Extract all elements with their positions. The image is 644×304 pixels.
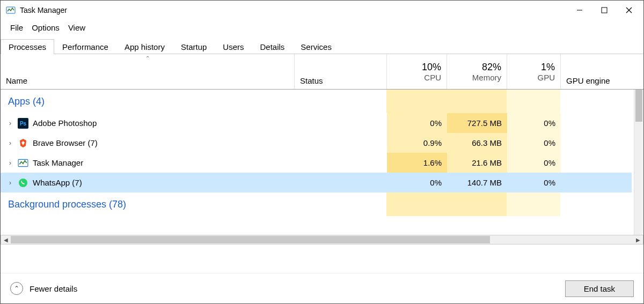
tab-strip-container: ProcessesPerformanceApp historyStartupUs…	[1, 39, 643, 54]
cpu-cell: 0.9%	[387, 133, 447, 153]
svg-rect-2	[602, 8, 607, 13]
chevron-up-circle-icon: ⌃	[10, 282, 23, 295]
grid-header: ⌃ Name Status 10% CPU 82% Memory 1% GPU …	[1, 54, 643, 90]
gpu-cell: 0%	[507, 153, 561, 173]
process-name-label: Task Manager	[33, 158, 83, 167]
cpu-percent-value: 10%	[422, 62, 441, 73]
gpu-cell: 0%	[507, 173, 561, 192]
menu-bar: File Options View	[1, 20, 643, 39]
process-row[interactable]: ›WhatsApp (7)0%140.7 MB0%	[1, 173, 632, 192]
tab-startup[interactable]: Startup	[173, 39, 215, 54]
status-cell	[295, 173, 387, 192]
fewer-details-label: Fewer details	[30, 284, 77, 293]
window-title: Task Manager	[20, 6, 567, 14]
col-header-memory-label: Memory	[472, 73, 501, 82]
gpu-engine-cell	[561, 113, 632, 133]
expand-chevron-icon[interactable]: ›	[7, 179, 13, 187]
svg-point-8	[19, 179, 27, 187]
window-buttons	[567, 2, 641, 18]
end-task-button[interactable]: End task	[565, 280, 634, 297]
process-name-label: Brave Browser (7)	[33, 138, 98, 147]
scroll-right-button[interactable]: ▶	[633, 235, 643, 244]
taskmgr-icon	[6, 5, 16, 15]
cpu-cell: 0%	[387, 173, 447, 192]
memory-cell: 21.6 MB	[447, 153, 507, 173]
process-row[interactable]: ›PsAdobe Photoshop0%727.5 MB0%	[1, 113, 632, 133]
menu-options[interactable]: Options	[30, 22, 62, 33]
group-title: Apps (4)	[8, 96, 45, 107]
gpu-engine-cell	[561, 133, 632, 153]
group-header: Background processes (78)	[1, 192, 632, 216]
tab-users[interactable]: Users	[215, 39, 252, 54]
footer-bar: ⌃ Fewer details End task	[1, 273, 643, 303]
brave-icon	[18, 138, 28, 149]
taskmgr-icon	[18, 158, 28, 168]
menu-view[interactable]: View	[66, 22, 87, 33]
whatsapp-icon	[18, 177, 28, 188]
gpu-cell: 0%	[507, 133, 561, 153]
process-row[interactable]: ›Task Manager1.6%21.6 MB0%	[1, 153, 632, 173]
svg-text:Ps: Ps	[20, 121, 27, 127]
col-header-gpu-engine[interactable]: GPU engine	[561, 54, 643, 89]
status-cell	[295, 133, 387, 153]
memory-cell: 66.3 MB	[447, 133, 507, 153]
photoshop-icon: Ps	[18, 118, 28, 129]
group-header: Apps (4)	[1, 90, 632, 113]
tab-processes[interactable]: Processes	[1, 39, 54, 54]
status-cell	[295, 113, 387, 133]
vertical-scroll-thumb[interactable]	[635, 90, 642, 122]
close-button[interactable]	[617, 2, 641, 18]
process-rows: Apps (4)›PsAdobe Photoshop0%727.5 MB0%›B…	[1, 90, 632, 216]
col-header-name-label: Name	[6, 76, 289, 85]
horizontal-scroll-thumb[interactable]	[11, 236, 490, 243]
process-name-cell: ›WhatsApp (7)	[1, 173, 295, 192]
minimize-button[interactable]	[567, 2, 592, 18]
col-header-status[interactable]: Status	[295, 54, 387, 89]
gpu-cell: 0%	[507, 113, 561, 133]
col-header-status-label: Status	[300, 76, 381, 85]
horizontal-scrollbar[interactable]: ◀ ▶	[1, 235, 643, 244]
gpu-engine-cell	[561, 173, 632, 192]
tab-app-history[interactable]: App history	[116, 39, 173, 54]
tab-services[interactable]: Services	[292, 39, 340, 54]
col-header-cpu-label: CPU	[424, 73, 441, 82]
col-header-gpu[interactable]: 1% GPU	[507, 54, 561, 89]
svg-line-4	[626, 8, 632, 13]
expand-chevron-icon[interactable]: ›	[7, 139, 13, 147]
scroll-left-button[interactable]: ◀	[1, 235, 11, 244]
status-cell	[295, 153, 387, 173]
col-header-gpu-engine-label: GPU engine	[566, 76, 610, 85]
col-header-memory[interactable]: 82% Memory	[447, 54, 507, 89]
fewer-details-button[interactable]: ⌃ Fewer details	[10, 282, 77, 295]
col-header-gpu-label: GPU	[537, 73, 555, 82]
gpu-percent-value: 1%	[541, 62, 555, 73]
gpu-engine-cell	[561, 153, 632, 173]
process-name-label: WhatsApp (7)	[33, 178, 82, 187]
process-name-cell: ›PsAdobe Photoshop	[1, 113, 295, 133]
col-header-cpu[interactable]: 10% CPU	[387, 54, 447, 89]
horizontal-scroll-track[interactable]	[11, 235, 633, 244]
vertical-scrollbar[interactable]	[634, 90, 643, 235]
memory-percent-value: 82%	[482, 62, 501, 73]
process-name-cell: ›Brave Browser (7)	[1, 133, 295, 153]
process-name-label: Adobe Photoshop	[33, 118, 97, 128]
tab-details[interactable]: Details	[252, 39, 293, 54]
title-bar: Task Manager	[1, 1, 643, 20]
expand-chevron-icon[interactable]: ›	[7, 120, 13, 127]
tab-performance[interactable]: Performance	[54, 39, 116, 54]
sort-caret-icon: ⌃	[145, 55, 150, 61]
memory-cell: 727.5 MB	[447, 113, 507, 133]
expand-chevron-icon[interactable]: ›	[7, 159, 13, 167]
memory-cell: 140.7 MB	[447, 173, 507, 192]
tab-strip: ProcessesPerformanceApp historyStartupUs…	[1, 39, 643, 54]
cpu-cell: 0%	[387, 113, 447, 133]
menu-file[interactable]: File	[8, 22, 25, 33]
process-row[interactable]: ›Brave Browser (7)0.9%66.3 MB0%	[1, 133, 632, 153]
cpu-cell: 1.6%	[387, 153, 447, 173]
group-title: Background processes (78)	[8, 199, 126, 210]
process-name-cell: ›Task Manager	[1, 153, 295, 173]
maximize-button[interactable]	[592, 2, 617, 18]
col-header-name[interactable]: ⌃ Name	[1, 54, 295, 89]
process-list-area: Apps (4)›PsAdobe Photoshop0%727.5 MB0%›B…	[1, 90, 643, 235]
svg-line-3	[626, 8, 632, 13]
